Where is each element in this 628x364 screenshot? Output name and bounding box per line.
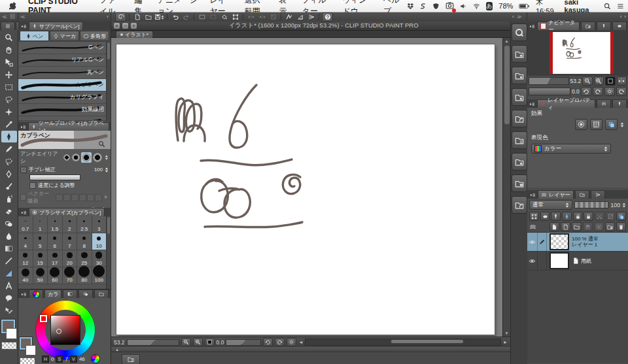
brush-size-60[interactable]: 60	[48, 267, 63, 284]
saturation-value-square[interactable]	[51, 316, 80, 344]
antialias-stepper-icon[interactable]	[105, 154, 109, 161]
brush-size-1[interactable]: 1	[33, 216, 48, 233]
navigator-fit-button[interactable]	[605, 76, 615, 86]
fill-button[interactable]	[219, 13, 229, 21]
material-3d-button[interactable]	[512, 131, 527, 149]
effect-layer-color-button[interactable]	[605, 119, 618, 130]
new-vector-layer-button[interactable]	[561, 222, 570, 231]
screenshot-icon[interactable]	[445, 1, 454, 11]
antialias-option-0[interactable]	[63, 152, 71, 163]
gradient-tool[interactable]	[1, 242, 17, 254]
color-wheel-tab[interactable]	[29, 290, 43, 298]
reference-layer-button[interactable]	[540, 212, 550, 221]
tool-property-menu-icon[interactable]	[20, 124, 27, 131]
navigator-rotate-right-button[interactable]	[593, 87, 603, 96]
subtool-item-カリグラフィ[interactable]: カリグラフィ	[18, 91, 111, 104]
expression-color-dropdown[interactable]: カラー	[531, 144, 611, 154]
help-button[interactable]	[322, 12, 333, 22]
effect-tone-button[interactable]	[590, 119, 602, 130]
layer-row-レイヤー 1[interactable]: 100 % 通常レイヤー 1	[527, 233, 628, 252]
navigator-item-tab[interactable]	[612, 22, 627, 30]
layer-search-tab[interactable]	[597, 99, 611, 108]
navigator-reset-all-button[interactable]	[616, 87, 627, 96]
color-slider-tab[interactable]: カラ	[44, 290, 61, 298]
menubar-user[interactable]: saki kasuga	[565, 0, 599, 14]
antialias-option-3[interactable]	[92, 152, 103, 163]
layer-move-tool[interactable]	[1, 69, 17, 80]
new-layer-button[interactable]	[550, 222, 559, 231]
layer-edit-target[interactable]	[538, 233, 547, 251]
layer-comp-tab[interactable]	[591, 190, 605, 199]
eraser-tool[interactable]	[1, 205, 17, 217]
lock-layer-button[interactable]	[573, 212, 583, 221]
tool-property-tab[interactable]: ツールプロパティ[カブラペン]	[28, 122, 109, 131]
brush-size-8[interactable]: 8	[77, 233, 92, 250]
layer-thumbnail[interactable]	[550, 233, 569, 250]
navigator-tab[interactable]: ナビゲーター	[537, 22, 580, 30]
notification-center-icon[interactable]	[617, 2, 624, 10]
navigator-zoom-out-button[interactable]	[582, 76, 592, 86]
layer-color-button[interactable]	[616, 212, 626, 221]
canvas-vertical-scrollbar[interactable]: ▲ ▼	[502, 38, 510, 337]
airbrush-tool[interactable]	[1, 193, 17, 205]
panel-transparent-swatch[interactable]	[20, 357, 35, 364]
material-image-button[interactable]	[512, 110, 527, 127]
layer-row-用紙[interactable]: 用紙	[527, 252, 628, 271]
vector-snap-checkbox[interactable]	[20, 194, 26, 201]
brush-size-3[interactable]: 3	[92, 216, 107, 233]
brush-size-25[interactable]: 25	[77, 250, 92, 267]
navigator-menu-icon[interactable]	[529, 23, 536, 30]
window-zoom-button[interactable]: +	[131, 23, 137, 29]
color-panel-menu-icon[interactable]	[20, 291, 27, 298]
open-file-button[interactable]	[143, 13, 153, 21]
vertical-scroll-thumb[interactable]	[504, 46, 510, 124]
snap-grid-button[interactable]	[306, 13, 316, 21]
collapsed-palette-button[interactable]	[122, 354, 140, 364]
navigator-zoom-in-button[interactable]	[594, 76, 604, 86]
opacity-slider[interactable]	[574, 201, 608, 208]
transfer-layer-button[interactable]	[583, 222, 593, 231]
flip-horizontal-button[interactable]	[246, 13, 256, 21]
material-color-pattern-button[interactable]	[512, 45, 527, 63]
stabilize-slider[interactable]	[29, 174, 80, 180]
rotation-slider[interactable]	[226, 339, 261, 346]
antialias-option-2[interactable]	[81, 152, 92, 163]
toolbar-tab-list[interactable]	[1, 22, 15, 30]
layer-visibility-eye-icon[interactable]	[527, 252, 538, 270]
stabilize-collapse-box[interactable]: −	[20, 167, 27, 173]
selection-tool[interactable]	[1, 81, 17, 93]
transparent-color-swatch[interactable]	[1, 342, 17, 350]
vector-expand-arrow[interactable]: ▶	[104, 194, 109, 201]
quick-access-button[interactable]	[512, 24, 527, 41]
right-dock-header[interactable]: ‹›	[527, 12, 628, 21]
brush-size-4[interactable]: 4	[18, 233, 33, 250]
transform-button[interactable]	[230, 13, 240, 21]
horizontal-scroll-thumb[interactable]	[391, 340, 463, 343]
stabilize-stepper-icon[interactable]	[105, 167, 109, 173]
line-tool[interactable]	[1, 255, 17, 267]
blend-mode-dropdown[interactable]: 通常	[529, 200, 572, 210]
canvas-horizontal-scrollbar[interactable]	[305, 339, 501, 346]
navigator-rotate-slider[interactable]	[529, 88, 570, 95]
hscroll-right-arrow[interactable]: ►	[503, 340, 508, 344]
brush-preview[interactable]: カブラペン	[18, 131, 111, 149]
brush-size-scrollbar[interactable]	[106, 216, 111, 289]
brush-size-tab[interactable]: ブラシサイズ[カブラペン]	[29, 208, 105, 216]
enable-mask-button[interactable]	[595, 212, 604, 221]
layer-search-tab2[interactable]	[575, 190, 589, 199]
canvas-area[interactable]: ▲ ▼	[111, 38, 510, 337]
line-correction-tool[interactable]	[1, 305, 17, 316]
navigator-info-tab[interactable]	[597, 22, 611, 30]
document-titlebar[interactable]: × − + イラスト* (1600 x 1200px 72dpi 53.2%) …	[111, 22, 510, 31]
shield-icon[interactable]	[432, 2, 440, 10]
layer-property-menu-icon[interactable]	[529, 101, 536, 108]
save-button[interactable]	[154, 13, 164, 21]
subtool-item-丸ペン[interactable]: 丸ペン	[18, 67, 111, 79]
navigator-rotate-left-button[interactable]	[581, 87, 591, 96]
brush-size-5[interactable]: 5	[33, 233, 48, 250]
panel-sub-color-swatch[interactable]	[26, 345, 36, 356]
hand-tool[interactable]	[1, 44, 17, 56]
pencil-tool[interactable]	[1, 143, 17, 155]
antialias-option-1[interactable]	[71, 152, 80, 163]
layer-edit-target[interactable]	[538, 252, 547, 270]
